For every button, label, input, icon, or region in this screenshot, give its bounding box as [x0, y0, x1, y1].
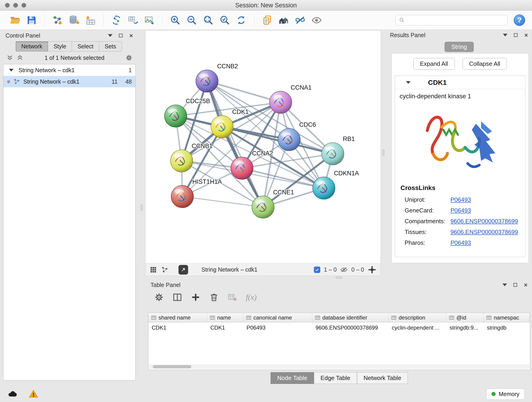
crosslink-value-link[interactable]: 9606.ENSP00000378699: [450, 218, 518, 225]
column-header[interactable]: @id: [446, 313, 484, 322]
column-header[interactable]: name: [207, 313, 243, 322]
string-glasses-button[interactable]: [293, 13, 307, 27]
cloud-icon[interactable]: [7, 389, 17, 399]
help-button[interactable]: ?: [514, 14, 525, 26]
maximize-panel-icon[interactable]: [119, 34, 123, 37]
selected-checkbox-icon[interactable]: [314, 267, 320, 273]
column-header[interactable]: shared name: [148, 313, 207, 322]
table-row[interactable]: CDK1CDK1P064939606.ENSP00000378699cyclin…: [148, 322, 530, 333]
column-header[interactable]: database identifier: [312, 313, 389, 322]
gear-icon[interactable]: [126, 54, 133, 61]
show-hide-button[interactable]: [310, 13, 323, 27]
import-network-file-button[interactable]: [51, 13, 64, 27]
crosslink-value-link[interactable]: P06493: [450, 207, 471, 214]
table-cell[interactable]: 9606.ENSP00000378699: [312, 325, 389, 331]
network-label: String Network – cdk1: [23, 78, 80, 85]
network-node[interactable]: CCNA1: [269, 84, 312, 114]
network-row[interactable]: String Network – cdk1 11 48: [3, 76, 135, 87]
zoom-out-button[interactable]: [185, 13, 199, 27]
network-node[interactable]: CCNE1: [252, 189, 294, 218]
main-toolbar: ?: [0, 11, 532, 30]
grid-view-icon[interactable]: [150, 266, 157, 274]
copy-button[interactable]: [260, 13, 274, 27]
tab-edge-table[interactable]: Edge Table: [314, 372, 357, 384]
clone-network-button[interactable]: [126, 13, 140, 27]
crosslink-value-link[interactable]: 9606.ENSP00000378699: [450, 229, 518, 236]
zoom-fit-button[interactable]: [201, 13, 215, 27]
import-table-button[interactable]: [84, 13, 97, 27]
close-panel-icon[interactable]: [129, 33, 133, 38]
table-settings-gear-icon[interactable]: [154, 293, 164, 302]
tab-network-table[interactable]: Network Table: [357, 372, 408, 384]
network-node[interactable]: CCNB1: [171, 143, 213, 172]
maximize-panel-icon[interactable]: [514, 33, 518, 37]
refresh-layout-button[interactable]: [234, 13, 248, 27]
control-tab-style[interactable]: Style: [48, 41, 72, 51]
network-edge[interactable]: [182, 197, 263, 207]
column-header[interactable]: description: [389, 313, 446, 322]
network-node[interactable]: CDKN1A: [313, 170, 359, 199]
table-cell[interactable]: P06493: [243, 325, 312, 331]
table-cell[interactable]: CDK1: [148, 325, 207, 331]
crosslink-label: Tissues:: [405, 229, 450, 236]
control-tab-select[interactable]: Select: [72, 41, 99, 51]
control-tab-network[interactable]: Network: [16, 41, 48, 51]
network-collection-row[interactable]: String Network – cdk1 1: [3, 64, 135, 76]
show-columns-icon[interactable]: [172, 293, 182, 302]
network-node[interactable]: HIST1H1A: [171, 178, 222, 208]
table-cell[interactable]: stringdb:9...: [446, 325, 484, 331]
crosslink-row: GeneCard:P06493: [395, 205, 525, 216]
warning-icon[interactable]: [28, 389, 38, 399]
collapse-all-icon[interactable]: [6, 54, 13, 61]
table-cell[interactable]: CDK1: [207, 325, 243, 331]
add-column-icon[interactable]: [191, 293, 201, 302]
float-panel-icon[interactable]: [108, 34, 113, 37]
table-cell[interactable]: stringdb: [484, 325, 530, 331]
node-label: CDK1: [232, 108, 249, 115]
import-network-database-button[interactable]: [67, 13, 81, 27]
status-bar: Memory: [0, 386, 532, 402]
column-header[interactable]: canonical name: [243, 313, 312, 322]
float-panel-icon[interactable]: [503, 34, 507, 36]
right-splitter-handle[interactable]: [382, 149, 385, 156]
maximize-panel-icon[interactable]: [513, 283, 517, 287]
expand-all-icon[interactable]: [17, 54, 23, 61]
crosslink-value-link[interactable]: P06493: [450, 196, 471, 203]
network-node[interactable]: RB1: [322, 135, 355, 165]
network-share-icon[interactable]: [161, 266, 168, 274]
open-session-button[interactable]: [8, 13, 22, 27]
function-builder-button[interactable]: f(x): [246, 293, 257, 302]
close-panel-icon[interactable]: [524, 33, 528, 37]
network-edge[interactable]: [207, 81, 263, 207]
detach-view-button[interactable]: [178, 265, 188, 274]
close-panel-icon[interactable]: [524, 283, 528, 287]
collapse-arrow-icon[interactable]: [9, 69, 13, 71]
table-cell[interactable]: cyclin-dependent ...: [389, 325, 446, 331]
network-canvas[interactable]: CCNB2 CCNA1 CDC25B: [146, 31, 380, 263]
hidden-eye-slash-icon[interactable]: [340, 266, 348, 274]
float-panel-icon[interactable]: [502, 283, 507, 286]
search-box[interactable]: [395, 15, 508, 26]
save-session-button[interactable]: [25, 13, 38, 27]
export-image-button[interactable]: [143, 13, 156, 27]
left-splitter-handle[interactable]: [140, 204, 143, 211]
tab-node-table[interactable]: Node Table: [271, 372, 314, 384]
string-home-button[interactable]: [277, 13, 291, 27]
collapse-all-button[interactable]: Collapse All: [462, 58, 507, 70]
column-header[interactable]: namespac: [484, 313, 530, 322]
horizontal-scrollbar[interactable]: [149, 364, 529, 369]
search-input[interactable]: [407, 17, 504, 23]
collapse-gene-icon[interactable]: [406, 81, 411, 84]
memory-button[interactable]: Memory: [486, 389, 525, 400]
scrollbar-thumb[interactable]: [153, 365, 191, 368]
zoom-selected-button[interactable]: [218, 13, 232, 27]
crosslink-value-link[interactable]: P06493: [450, 239, 471, 246]
pan-crosshair-icon[interactable]: [368, 265, 376, 274]
delete-column-trash-icon[interactable]: [209, 293, 219, 302]
expand-all-button[interactable]: Expand All: [413, 58, 455, 70]
new-network-button[interactable]: [109, 13, 123, 27]
zoom-in-button[interactable]: [168, 13, 182, 27]
tab-string[interactable]: String: [444, 42, 474, 52]
control-tab-sets[interactable]: Sets: [99, 41, 122, 51]
bottom-splitter-handle[interactable]: [336, 276, 342, 279]
